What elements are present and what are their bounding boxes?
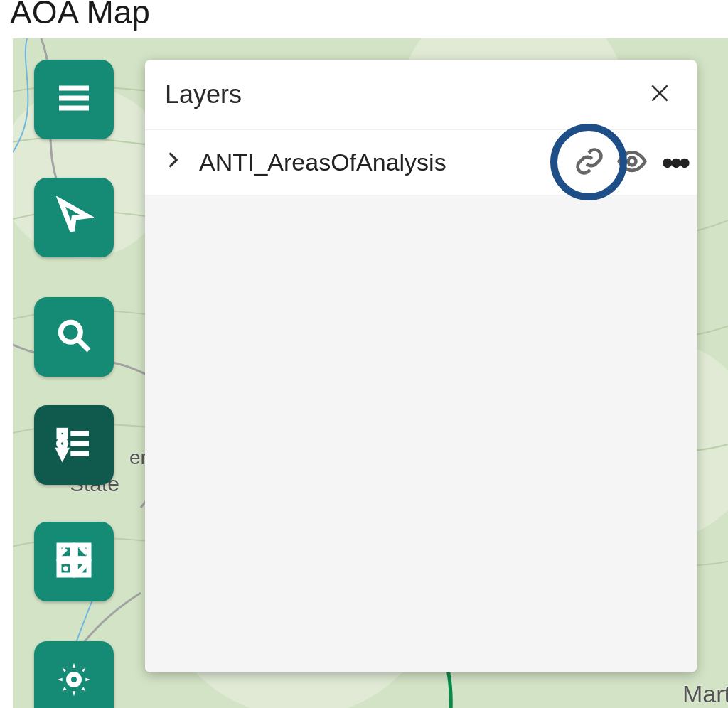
chevron-right-icon: [164, 147, 183, 178]
svg-point-15: [69, 675, 80, 685]
cursor-icon: [54, 196, 94, 239]
layers-panel: Layers ANTI_AreasOfAnalysis: [145, 60, 697, 672]
search-icon: [54, 316, 94, 358]
eye-icon: [616, 146, 648, 180]
svg-rect-5: [59, 430, 65, 436]
panel-body: ANTI_AreasOfAnalysis •••: [145, 129, 697, 672]
popup-toggle-button[interactable]: [572, 145, 607, 181]
visibility-toggle-button[interactable]: [614, 145, 650, 181]
select-tool-button[interactable]: [34, 178, 114, 257]
svg-point-3: [60, 322, 80, 342]
map-place-label: Mart: [682, 680, 728, 708]
page-title: AOA Map: [10, 0, 150, 31]
svg-line-4: [79, 340, 89, 350]
menu-button[interactable]: [34, 60, 114, 139]
svg-point-7: [59, 440, 66, 447]
link-icon: [574, 146, 605, 180]
layer-row[interactable]: ANTI_AreasOfAnalysis •••: [145, 129, 697, 195]
svg-point-18: [628, 157, 636, 165]
basemap-gallery-icon: [54, 540, 94, 583]
panel-header: Layers: [145, 60, 697, 129]
close-icon: [648, 79, 671, 110]
gear-icon: [54, 660, 94, 702]
close-button[interactable]: [643, 77, 677, 112]
basemap-button[interactable]: [34, 522, 114, 601]
map-canvas[interactable]: en State Mart Layers: [13, 38, 728, 708]
ellipsis-icon: •••: [662, 144, 687, 182]
expand-toggle[interactable]: [159, 147, 188, 178]
legend-icon: [54, 424, 94, 466]
layer-more-actions-button[interactable]: •••: [657, 145, 692, 181]
svg-point-14: [63, 566, 68, 571]
layer-name-label: ANTI_AreasOfAnalysis: [199, 149, 446, 176]
panel-title: Layers: [165, 80, 242, 109]
hamburger-icon: [54, 78, 94, 121]
search-button[interactable]: [34, 297, 114, 377]
layers-button[interactable]: [34, 405, 114, 485]
settings-button[interactable]: [34, 641, 114, 708]
